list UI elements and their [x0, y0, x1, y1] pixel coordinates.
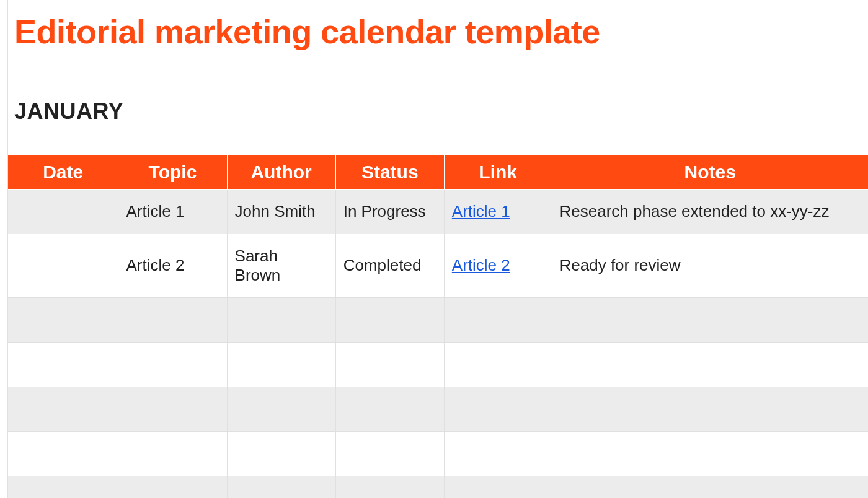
cell-topic: Article 1: [118, 189, 227, 234]
table-row: [8, 297, 868, 342]
cell-author: John Smith: [227, 189, 335, 234]
cell-status: Completed: [335, 234, 444, 297]
cell-date: [8, 431, 118, 476]
cell-notes: [552, 297, 868, 342]
col-notes: Notes: [552, 155, 868, 190]
col-date: Date: [8, 155, 118, 190]
cell-topic: [118, 431, 227, 476]
cell-date: [8, 189, 118, 234]
article-link[interactable]: Article 1: [452, 202, 510, 221]
cell-author: [227, 342, 335, 387]
article-link[interactable]: Article 2: [452, 256, 510, 274]
cell-notes: [552, 431, 868, 476]
col-author: Author: [227, 155, 335, 190]
cell-topic: [118, 342, 227, 387]
col-status: Status: [335, 155, 444, 190]
cell-date: [8, 342, 118, 387]
cell-status: [335, 431, 444, 476]
col-link: Link: [444, 155, 552, 190]
cell-link: [444, 297, 552, 342]
cell-link: Article 1: [444, 189, 552, 234]
cell-status: In Progress: [335, 189, 444, 234]
cell-notes: [552, 342, 868, 387]
cell-link: [444, 476, 552, 498]
table-row: Article 1John SmithIn ProgressArticle 1R…: [8, 189, 868, 234]
col-topic: Topic: [118, 155, 227, 190]
table-row: [8, 431, 868, 476]
cell-status: [335, 342, 444, 387]
cell-topic: [118, 297, 227, 342]
cell-status: [335, 297, 444, 342]
cell-topic: [118, 476, 227, 498]
table-row: [8, 476, 868, 498]
cell-link: [444, 431, 552, 476]
table-row: Article 2Sarah BrownCompletedArticle 2Re…: [8, 234, 868, 297]
cell-date: [8, 297, 118, 342]
calendar-table: Date Topic Author Status Link Notes Arti…: [8, 155, 868, 499]
cell-notes: [552, 387, 868, 431]
cell-author: [227, 387, 335, 431]
cell-notes: Research phase extended to xx-yy-zz: [552, 189, 868, 234]
month-heading: JANUARY: [8, 61, 868, 155]
table-header-row: Date Topic Author Status Link Notes: [8, 155, 868, 190]
table-row: [8, 387, 868, 431]
cell-date: [8, 387, 118, 431]
cell-status: [335, 476, 444, 498]
cell-topic: [118, 387, 227, 431]
cell-topic: Article 2: [118, 234, 227, 297]
cell-status: [335, 387, 444, 431]
cell-author: [227, 431, 335, 476]
cell-link: [444, 342, 552, 387]
document-page: Editorial marketing calendar template JA…: [7, 0, 868, 498]
cell-author: Sarah Brown: [227, 234, 335, 297]
cell-link: [444, 387, 552, 431]
cell-author: [227, 297, 335, 342]
cell-notes: [552, 476, 868, 498]
cell-notes: Ready for review: [552, 234, 868, 297]
cell-author: [227, 476, 335, 498]
cell-link: Article 2: [444, 234, 552, 297]
cell-date: [8, 234, 118, 297]
table-row: [8, 342, 868, 387]
page-title: Editorial marketing calendar template: [8, 0, 868, 61]
cell-date: [8, 476, 118, 498]
